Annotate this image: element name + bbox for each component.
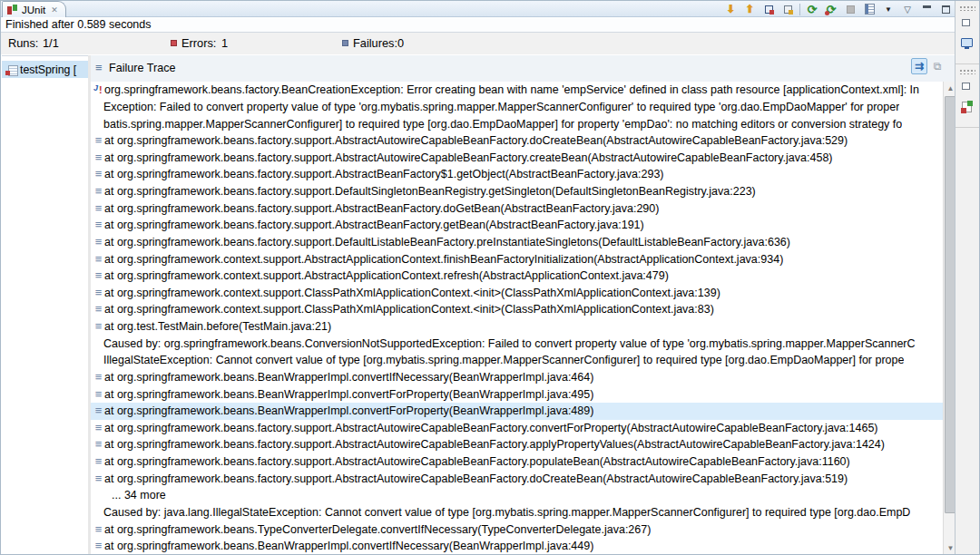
trace-line[interactable]: at org.springframework.beans.factory.sup…	[91, 436, 943, 453]
trace-line[interactable]: at org.springframework.beans.factory.sup…	[91, 150, 943, 167]
trace-line-text: at org.springframework.beans.BeanWrapper…	[104, 540, 593, 552]
trace-line[interactable]: at org.springframework.beans.factory.sup…	[91, 217, 943, 234]
trace-line[interactable]: at org.springframework.beans.BeanWrapper…	[91, 403, 943, 420]
failure-trace-title: Failure Trace	[109, 62, 176, 74]
test-error-icon	[5, 64, 17, 75]
trace-line-text: IllegalStateException: Cannot convert va…	[103, 354, 904, 366]
trace-line[interactable]: at org.springframework.context.support.C…	[91, 285, 943, 302]
trace-line-icon	[93, 371, 104, 384]
trace-line-icon	[93, 523, 104, 536]
run-status-bar: Finished after 0.589 seconds	[1, 18, 956, 33]
trace-line[interactable]: at org.springframework.beans.TypeConvert…	[91, 521, 943, 538]
filter-stack-trace-icon: ⇉	[915, 60, 924, 73]
junit-toolbar: ⬇ ⬆ ⟳ ⟳ ▼ ▽	[723, 2, 953, 16]
stop-test-icon[interactable]	[843, 2, 858, 16]
trace-line[interactable]: org.springframework.beans.factory.BeanCr…	[91, 82, 943, 99]
trace-line-icon	[93, 388, 104, 401]
counters-bar: Runs: 1/1 Errors: 1 Failures: 0	[1, 33, 956, 54]
filter-stack-trace-button[interactable]: ⇉	[911, 58, 927, 74]
trace-line[interactable]: Exception: Failed to convert property va…	[91, 99, 943, 116]
trace-line-icon	[93, 455, 104, 468]
trace-line[interactable]: at org.springframework.context.support.C…	[91, 301, 943, 318]
trace-line[interactable]: at org.springframework.beans.BeanWrapper…	[91, 369, 943, 386]
trace-line-icon	[93, 168, 104, 180]
junit-view-window: JUnit ✕ ⬇ ⬆ ⟳ ⟳ ▼ ▽ Finished after 0.	[0, 0, 980, 555]
tab-close-icon[interactable]: ✕	[51, 5, 58, 15]
show-failures-only-icon[interactable]	[761, 2, 776, 16]
trace-line[interactable]: at org.springframework.beans.factory.sup…	[91, 470, 943, 487]
junit-view-button[interactable]	[959, 100, 975, 114]
trace-line[interactable]: at org.springframework.beans.factory.sup…	[91, 234, 943, 251]
toolbar-separator	[799, 4, 800, 15]
trace-line-text: at org.springframework.beans.factory.sup…	[104, 134, 848, 147]
trace-line-text: ... 34 more	[112, 489, 166, 501]
failure-trace-pane: ≡ Failure Trace ⇉ ⧉ org.springframework.…	[91, 55, 956, 555]
trace-line-icon	[93, 540, 104, 552]
minimize-view-icon[interactable]	[919, 2, 934, 16]
history-dropdown-icon[interactable]: ▼	[881, 2, 896, 16]
trace-line-text: at org.springframework.beans.factory.sup…	[104, 472, 848, 485]
finished-text: Finished after 0.589 seconds	[5, 18, 152, 31]
trace-line[interactable]: at org.springframework.context.support.A…	[91, 268, 943, 285]
runs-value: 1/1	[43, 36, 59, 50]
trace-line-text: at org.springframework.beans.factory.sup…	[104, 455, 850, 468]
console-view-button[interactable]	[959, 36, 975, 51]
restore-view-button[interactable]	[959, 80, 975, 94]
previous-failed-test-icon[interactable]: ⬆	[742, 2, 757, 16]
trace-line-text: Caused by: org.springframework.beans.Con…	[103, 337, 916, 350]
trace-line[interactable]: at org.springframework.beans.BeanWrapper…	[91, 538, 943, 555]
trace-line-text: at org.springframework.beans.BeanWrapper…	[104, 404, 593, 417]
drag-handle[interactable]	[959, 69, 975, 74]
restore-view-button[interactable]	[959, 16, 975, 31]
trace-line[interactable]: ... 34 more	[91, 487, 943, 504]
trace-line[interactable]: Caused by: org.springframework.beans.Con…	[91, 335, 943, 352]
rerun-test-icon[interactable]: ⟳	[805, 2, 819, 16]
minimized-view-group	[956, 64, 979, 128]
trace-line[interactable]: batis.spring.mapper.MapperScannerConfigu…	[91, 115, 943, 132]
trace-line-icon	[93, 422, 104, 434]
trace-line-icon	[93, 236, 104, 248]
trace-line-icon	[93, 134, 104, 147]
drag-handle[interactable]	[959, 5, 975, 11]
trace-line[interactable]: at org.springframework.beans.BeanWrapper…	[91, 385, 943, 403]
trace-line-icon	[93, 320, 104, 333]
trace-line-icon	[93, 83, 104, 96]
restore-icon	[962, 19, 970, 26]
failures-only-glyph	[765, 5, 773, 14]
failures-value: 0	[397, 36, 404, 50]
trace-line-icon	[93, 269, 104, 282]
rerun-failed-first-icon[interactable]: ⟳	[824, 2, 838, 16]
trace-line-text: at org.springframework.beans.factory.sup…	[104, 219, 644, 231]
trace-line[interactable]: at org.springframework.context.support.A…	[91, 250, 943, 268]
failures-icon	[342, 40, 348, 46]
trace-line[interactable]: at org.springframework.beans.factory.sup…	[91, 453, 943, 471]
trace-line[interactable]: Caused by: java.lang.IllegalStateExcepti…	[91, 504, 943, 521]
failure-trace-list: org.springframework.beans.factory.BeanCr…	[91, 82, 943, 555]
maximize-view-icon[interactable]	[938, 2, 953, 16]
trace-line[interactable]: IllegalStateException: Cannot convert va…	[91, 352, 943, 369]
trace-line-icon	[93, 151, 104, 164]
trace-line[interactable]: at org.springframework.beans.factory.sup…	[91, 420, 943, 437]
trace-line-text: at org.springframework.beans.BeanWrapper…	[104, 371, 593, 384]
tab-junit[interactable]: JUnit ✕	[2, 1, 66, 17]
minimize-glyph	[923, 5, 931, 8]
trace-line[interactable]: at org.springframework.beans.factory.sup…	[91, 166, 943, 183]
trace-line-text: at org.springframework.beans.factory.sup…	[104, 185, 756, 198]
view-menu-icon[interactable]: ▽	[900, 2, 915, 16]
next-failed-test-icon[interactable]: ⬇	[723, 2, 738, 16]
trace-line[interactable]: at org.springframework.beans.factory.sup…	[91, 183, 943, 200]
test-run-history-icon[interactable]	[862, 2, 877, 16]
minimized-view-group	[956, 1, 979, 64]
runs-label: Runs:	[8, 36, 38, 50]
trace-line-text: at org.springframework.context.support.C…	[104, 303, 714, 316]
trace-line-icon	[93, 202, 104, 215]
show-skipped-tests-icon[interactable]	[780, 2, 795, 16]
junit-icon	[962, 102, 972, 112]
test-tree-item[interactable]: testSpring [	[2, 61, 88, 78]
tab-junit-label: JUnit	[22, 5, 45, 15]
compare-result-button[interactable]: ⧉	[929, 58, 946, 74]
trace-line[interactable]: at org.springframework.beans.factory.sup…	[91, 132, 943, 150]
console-icon	[961, 38, 973, 47]
trace-line[interactable]: at org.test.TestMain.before(TestMain.jav…	[91, 318, 943, 336]
trace-line[interactable]: at org.springframework.beans.factory.sup…	[91, 200, 943, 217]
